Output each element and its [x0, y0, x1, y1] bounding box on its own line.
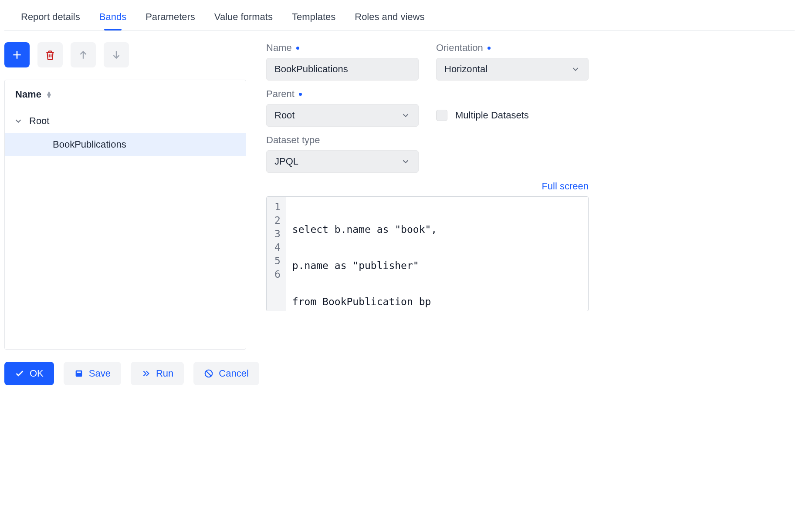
tree-row-label: BookPublications — [53, 139, 126, 150]
tab-roles-views[interactable]: Roles and views — [354, 6, 425, 30]
multiple-datasets-label: Multiple Datasets — [455, 110, 529, 121]
tree-row-root[interactable]: Root — [5, 109, 246, 133]
svg-rect-0 — [75, 370, 82, 377]
tree-column-header[interactable]: Name ▲▼ — [5, 80, 246, 109]
required-indicator — [296, 47, 299, 50]
parent-select[interactable]: Root — [266, 104, 419, 127]
tab-value-formats[interactable]: Value formats — [213, 6, 274, 30]
editor-gutter: 123456 — [267, 197, 286, 311]
sort-icon: ▲▼ — [46, 91, 52, 98]
orientation-label: Orientation — [436, 42, 483, 54]
save-button[interactable]: Save — [64, 362, 121, 385]
required-indicator — [299, 93, 302, 96]
run-button[interactable]: Run — [131, 362, 184, 385]
tab-templates[interactable]: Templates — [291, 6, 336, 30]
editor-code[interactable]: select b.name as "book", p.name as "publ… — [286, 197, 588, 311]
move-down-button[interactable] — [104, 42, 129, 67]
ok-button[interactable]: OK — [4, 362, 54, 385]
arrow-up-icon — [78, 49, 89, 61]
code-line: from BookPublication bp — [292, 296, 582, 310]
code-line: p.name as "publisher" — [292, 260, 582, 273]
code-line: select b.name as "book", — [292, 224, 582, 237]
parent-label: Parent — [266, 88, 295, 100]
query-editor[interactable]: 123456 select b.name as "book", p.name a… — [266, 196, 589, 311]
chevron-down-icon — [401, 157, 410, 166]
tree-column-name: Name — [15, 89, 41, 100]
plus-icon — [11, 49, 23, 61]
name-label: Name — [266, 42, 292, 54]
chevron-down-icon — [14, 116, 23, 126]
orientation-select[interactable]: Horizontal — [436, 58, 589, 81]
footer-buttons: OK Save Run Cancel — [4, 350, 795, 387]
tree-row-label: Root — [29, 115, 49, 127]
dataset-type-select[interactable]: JPQL — [266, 150, 419, 173]
move-up-button[interactable] — [71, 42, 96, 67]
cancel-button[interactable]: Cancel — [193, 362, 259, 385]
chevron-down-icon — [401, 111, 410, 120]
arrow-down-icon — [111, 49, 122, 61]
save-icon — [74, 369, 84, 378]
bands-tree: Name ▲▼ Root BookPublications — [4, 80, 246, 350]
cancel-icon — [204, 369, 213, 378]
chevron-down-icon — [571, 64, 580, 74]
svg-rect-1 — [77, 371, 81, 373]
trash-icon — [44, 49, 56, 61]
delete-button[interactable] — [37, 42, 63, 67]
name-field[interactable]: BookPublications — [266, 58, 419, 81]
tab-bands[interactable]: Bands — [98, 6, 127, 30]
required-indicator — [488, 47, 491, 50]
tree-row-bookpublications[interactable]: BookPublications — [5, 133, 246, 156]
dataset-type-label: Dataset type — [266, 135, 320, 146]
tabs-bar: Report details Bands Parameters Value fo… — [4, 4, 795, 31]
run-icon — [141, 369, 151, 378]
tab-report-details[interactable]: Report details — [20, 6, 81, 30]
multiple-datasets-checkbox[interactable] — [436, 110, 447, 121]
tab-parameters[interactable]: Parameters — [145, 6, 196, 30]
check-icon — [15, 369, 24, 378]
full-screen-link[interactable]: Full screen — [266, 181, 589, 192]
add-button[interactable] — [4, 42, 30, 67]
